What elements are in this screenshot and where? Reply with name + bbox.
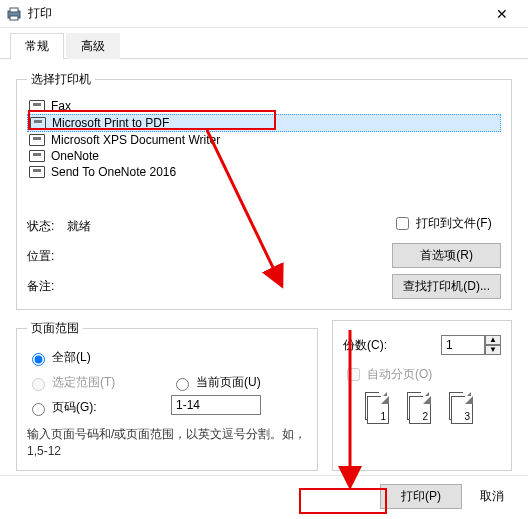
printer-icon — [29, 100, 45, 112]
print-to-file-label: 打印到文件(F) — [416, 215, 491, 232]
collate-input — [347, 368, 360, 381]
tab-general[interactable]: 常规 — [10, 33, 64, 59]
spin-up-icon[interactable]: ▲ — [485, 335, 501, 345]
range-selection-label: 选定范围(T) — [52, 374, 115, 391]
svg-rect-1 — [10, 8, 18, 12]
range-current[interactable]: 当前页面(U) — [171, 374, 307, 391]
printer-label: Microsoft XPS Document Writer — [51, 133, 220, 147]
collate-checkbox: 自动分页(O) — [343, 365, 501, 384]
printer-label: Microsoft Print to PDF — [52, 116, 169, 130]
printer-item-onenote2016[interactable]: Send To OneNote 2016 — [27, 164, 501, 180]
cancel-button[interactable]: 取消 — [480, 488, 504, 505]
range-all[interactable]: 全部(L) — [27, 349, 307, 366]
range-all-radio[interactable] — [32, 353, 45, 366]
printer-label: OneNote — [51, 149, 99, 163]
range-pages-radio[interactable] — [32, 403, 45, 416]
printer-item-fax[interactable]: Fax — [27, 98, 501, 114]
range-hint: 输入页面号码和/或页面范围，以英文逗号分割。如，1,5-12 — [27, 426, 307, 460]
printer-legend: 选择打印机 — [27, 71, 95, 88]
page-range-legend: 页面范围 — [27, 320, 83, 337]
window-title: 打印 — [28, 5, 482, 22]
page-num: 2 — [422, 411, 428, 422]
copies-fieldset: 份数(C): ▲ ▼ 自动分页(O) 1 1 — [332, 320, 512, 471]
close-button[interactable]: ✕ — [482, 0, 522, 28]
printer-icon — [29, 134, 45, 146]
printer-icon — [30, 117, 46, 129]
printer-icon — [29, 166, 45, 178]
copies-input[interactable] — [441, 335, 485, 355]
printer-icon — [29, 150, 45, 162]
print-button[interactable]: 打印(P) — [380, 484, 462, 509]
page-num: 3 — [464, 411, 470, 422]
printer-label: Fax — [51, 99, 71, 113]
printer-list[interactable]: Fax Microsoft Print to PDF Microsoft XPS… — [27, 98, 501, 180]
status-label: 状态: — [27, 218, 67, 235]
printer-icon — [6, 6, 22, 22]
printer-label: Send To OneNote 2016 — [51, 165, 176, 179]
tab-content: 选择打印机 Fax Microsoft Print to PDF Microso… — [0, 59, 528, 489]
range-pages-label: 页码(G): — [52, 399, 97, 416]
range-selection: 选定范围(T) — [27, 374, 163, 391]
range-pages[interactable]: 页码(G): — [27, 399, 163, 416]
printer-fieldset: 选择打印机 Fax Microsoft Print to PDF Microso… — [16, 71, 512, 310]
range-current-label: 当前页面(U) — [196, 374, 261, 391]
copies-spinner[interactable]: ▲ ▼ — [441, 335, 501, 355]
title-bar: 打印 ✕ — [0, 0, 528, 28]
copies-label: 份数(C): — [343, 337, 387, 354]
range-selection-radio — [32, 378, 45, 391]
pages-input[interactable] — [171, 395, 261, 415]
print-to-file-input[interactable] — [396, 217, 409, 230]
svg-rect-2 — [10, 16, 18, 20]
comment-label: 备注: — [27, 278, 67, 295]
collate-label: 自动分页(O) — [367, 366, 432, 383]
collate-preview: 1 1 2 2 3 3 — [365, 392, 501, 420]
page-range-fieldset: 页面范围 全部(L) 选定范围(T) 当前页面(U) 页码(G): — [16, 320, 318, 471]
print-to-file-checkbox[interactable]: 打印到文件(F) — [392, 214, 493, 233]
tab-advanced[interactable]: 高级 — [66, 33, 120, 59]
range-all-label: 全部(L) — [52, 349, 91, 366]
tab-row: 常规 高级 — [0, 28, 528, 59]
dialog-footer: 打印(P) 取消 — [0, 475, 528, 519]
find-printer-button[interactable]: 查找打印机(D)... — [392, 274, 501, 299]
spin-down-icon[interactable]: ▼ — [485, 345, 501, 355]
printer-item-pdf[interactable]: Microsoft Print to PDF — [27, 114, 501, 132]
page-num: 1 — [380, 411, 386, 422]
range-current-radio[interactable] — [176, 378, 189, 391]
printer-item-xps[interactable]: Microsoft XPS Document Writer — [27, 132, 501, 148]
location-label: 位置: — [27, 248, 67, 265]
preferences-button[interactable]: 首选项(R) — [392, 243, 501, 268]
printer-item-onenote[interactable]: OneNote — [27, 148, 501, 164]
status-value: 就绪 — [67, 218, 392, 235]
